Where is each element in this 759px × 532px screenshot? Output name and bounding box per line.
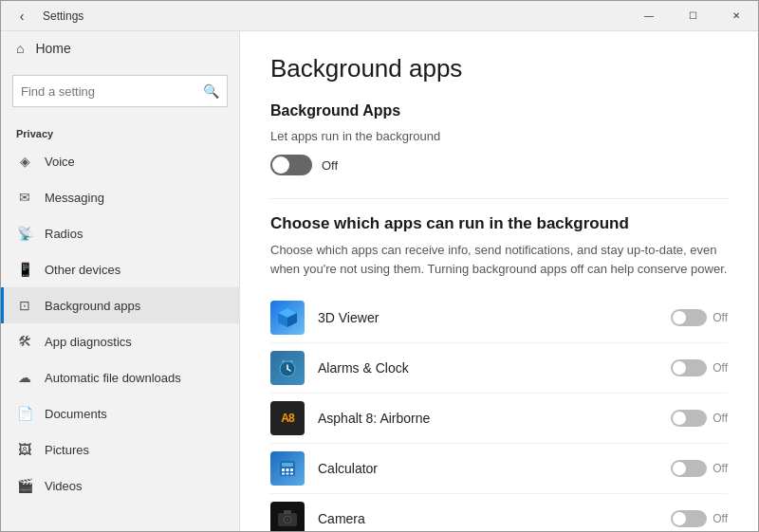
- app-item-calculator: Calculator Off: [270, 444, 728, 494]
- sidebar-item-label: Messaging: [45, 191, 104, 205]
- camera-toggle-row: Off: [671, 510, 728, 527]
- 3d-viewer-toggle-row: Off: [671, 309, 728, 326]
- back-button[interactable]: ‹: [9, 3, 35, 29]
- background-apps-desc: Let apps run in the background: [270, 129, 728, 143]
- sidebar-item-radios[interactable]: 📡 Radios: [1, 215, 239, 251]
- asphalt-toggle-label: Off: [713, 412, 728, 425]
- background-apps-toggle[interactable]: [270, 155, 312, 175]
- 3d-viewer-icon: [270, 301, 305, 335]
- sidebar-item-label: Radios: [45, 227, 83, 241]
- camera-icon: [270, 502, 305, 531]
- calculator-toggle[interactable]: [671, 460, 707, 477]
- asphalt-toggle[interactable]: [671, 410, 707, 427]
- sidebar-item-label: App diagnostics: [45, 335, 132, 349]
- svg-rect-14: [282, 473, 285, 475]
- sidebar-item-messaging[interactable]: ✉ Messaging: [1, 179, 239, 215]
- sidebar-item-label: Pictures: [45, 443, 89, 457]
- app-item-3d-viewer: 3D Viewer Off: [270, 293, 728, 343]
- sidebar-item-app-diagnostics[interactable]: 🛠 App diagnostics: [1, 323, 239, 359]
- 3d-viewer-toggle-label: Off: [713, 311, 728, 324]
- camera-toggle[interactable]: [671, 510, 707, 527]
- svg-rect-11: [282, 468, 285, 471]
- sidebar-item-label: Automatic file downloads: [45, 371, 181, 385]
- documents-icon: 📄: [16, 405, 33, 422]
- calculator-toggle-row: Off: [671, 460, 728, 477]
- sidebar-item-label: Other devices: [45, 263, 120, 277]
- sidebar-item-label: Documents: [45, 407, 107, 421]
- sidebar-item-label: Videos: [45, 479, 83, 493]
- app-item-asphalt: A8 Asphalt 8: Airborne Off: [270, 394, 728, 444]
- sidebar-item-home[interactable]: ⌂ Home: [1, 31, 239, 65]
- camera-toggle-label: Off: [713, 512, 728, 525]
- calculator-name: Calculator: [318, 461, 671, 476]
- app-item-camera: Camera Off: [270, 494, 728, 531]
- content-area: ⌂ Home 🔍 Privacy ◈ Voice ✉ Messaging 📡: [1, 31, 758, 531]
- choose-section-title: Choose which apps can run in the backgro…: [270, 214, 728, 233]
- svg-rect-21: [284, 510, 291, 514]
- asphalt-toggle-row: Off: [671, 410, 728, 427]
- alarms-clock-toggle-label: Off: [713, 361, 728, 375]
- svg-rect-12: [287, 468, 289, 471]
- alarms-clock-name: Alarms & Clock: [318, 360, 671, 376]
- pictures-icon: 🖼: [16, 441, 33, 458]
- camera-name: Camera: [318, 511, 671, 526]
- main-content: Background apps Background Apps Let apps…: [240, 31, 758, 531]
- sidebar-item-label: Voice: [45, 155, 75, 169]
- titlebar-left: ‹ Settings: [9, 3, 83, 29]
- sidebar-item-documents[interactable]: 📄 Documents: [1, 395, 239, 431]
- app-diagnostics-icon: 🛠: [16, 333, 33, 350]
- sidebar-item-videos[interactable]: 🎬 Videos: [1, 468, 239, 504]
- calculator-icon: [270, 451, 305, 486]
- home-icon: ⌂: [16, 41, 24, 56]
- svg-point-20: [287, 519, 289, 522]
- titlebar: ‹ Settings — ☐ ✕: [1, 1, 758, 31]
- sidebar-item-other-devices[interactable]: 📱 Other devices: [1, 251, 239, 287]
- videos-icon: 🎬: [16, 477, 33, 494]
- asphalt-name: Asphalt 8: Airborne: [318, 411, 671, 426]
- calculator-toggle-label: Off: [713, 462, 728, 475]
- sidebar-home-label: Home: [35, 41, 70, 56]
- automatic-downloads-icon: ☁: [16, 369, 33, 386]
- background-apps-icon: ⊡: [16, 297, 33, 314]
- background-apps-section-title: Background Apps: [270, 102, 728, 119]
- app-list: 3D Viewer Off: [270, 293, 728, 531]
- sidebar: ⌂ Home 🔍 Privacy ◈ Voice ✉ Messaging 📡: [1, 31, 240, 531]
- messaging-icon: ✉: [16, 189, 33, 206]
- titlebar-controls: — ☐ ✕: [627, 1, 758, 31]
- choose-section-desc: Choose which apps can receive info, send…: [270, 241, 728, 278]
- sidebar-item-voice[interactable]: ◈ Voice: [1, 143, 239, 179]
- asphalt-icon: A8: [270, 401, 305, 435]
- search-box[interactable]: 🔍: [12, 75, 228, 107]
- svg-rect-13: [290, 468, 293, 471]
- close-button[interactable]: ✕: [714, 1, 758, 31]
- 3d-viewer-name: 3D Viewer: [318, 310, 671, 325]
- minimize-button[interactable]: —: [627, 1, 671, 31]
- background-apps-toggle-row: Off: [270, 155, 728, 175]
- alarms-clock-toggle[interactable]: [671, 359, 707, 376]
- 3d-viewer-toggle[interactable]: [671, 309, 707, 326]
- sidebar-item-automatic-file-downloads[interactable]: ☁ Automatic file downloads: [1, 359, 239, 395]
- other-devices-icon: 📱: [16, 261, 33, 278]
- search-input[interactable]: [21, 84, 197, 99]
- svg-rect-10: [282, 463, 293, 467]
- svg-rect-16: [290, 473, 293, 475]
- divider: [270, 198, 728, 199]
- voice-icon: ◈: [16, 153, 33, 170]
- sidebar-item-background-apps[interactable]: ⊡ Background apps: [1, 287, 239, 323]
- alarms-clock-icon: [270, 351, 305, 385]
- alarms-clock-toggle-row: Off: [671, 359, 728, 376]
- sidebar-section-privacy: Privacy: [1, 117, 239, 143]
- maximize-button[interactable]: ☐: [671, 1, 714, 31]
- sidebar-item-pictures[interactable]: 🖼 Pictures: [1, 431, 239, 468]
- app-item-alarms-clock: Alarms & Clock Off: [270, 343, 728, 394]
- window-title: Settings: [43, 9, 83, 23]
- radios-icon: 📡: [16, 225, 33, 242]
- background-apps-toggle-label: Off: [322, 158, 338, 173]
- settings-window: ‹ Settings — ☐ ✕ ⌂ Home 🔍 Privacy: [0, 0, 759, 532]
- svg-rect-15: [287, 473, 289, 475]
- page-title: Background apps: [270, 54, 728, 83]
- search-icon: 🔍: [203, 83, 219, 99]
- sidebar-item-label: Background apps: [45, 299, 140, 313]
